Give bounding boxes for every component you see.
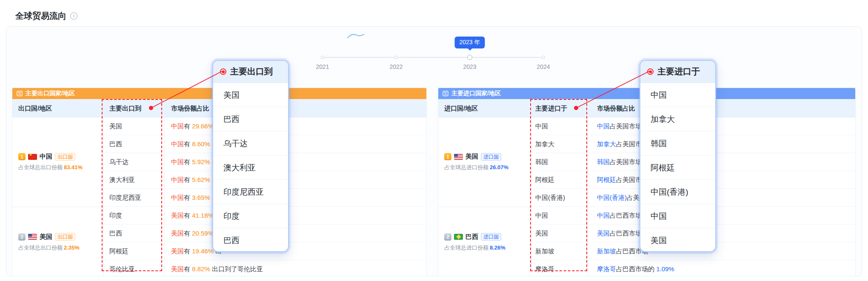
export-callout-title: 主要出口到 — [230, 66, 273, 77]
import-column-annotation-box — [530, 99, 587, 271]
trade-panel: 2023 年 2021202220232024 主要出口国家/地区 出口国/地区… — [6, 26, 862, 276]
timeline-year-2024[interactable]: 2024 — [531, 63, 556, 70]
text-segment: 新加坡 — [597, 247, 616, 255]
text-segment: 有 — [184, 265, 192, 272]
country-name: 巴西 — [465, 233, 478, 241]
text-segment: 8.60% — [192, 140, 210, 148]
import-callout-title: 主要进口于 — [657, 66, 700, 77]
callout-item: 韩国 — [640, 131, 715, 156]
text-segment: 有 — [184, 194, 192, 201]
export-table-title: 主要出口国家/地区 — [26, 90, 75, 97]
text-segment: 8.82% — [192, 265, 210, 272]
text-segment: 韩国 — [597, 158, 610, 165]
text-segment: 阿根廷 — [597, 176, 616, 183]
import-callout-items: 中国加拿大韩国阿根廷中国(香港)中国美国 — [640, 83, 715, 252]
callout-item: 巴西 — [213, 107, 288, 131]
timeline-track[interactable] — [323, 57, 543, 58]
text-segment: 20.59% — [192, 230, 214, 237]
callout-item: 印度尼西亚 — [213, 180, 288, 204]
page-header: 全球贸易流向 i — [15, 10, 77, 22]
callout-item: 中国 — [640, 204, 715, 228]
global-share-line: 占全球总进口份额26.07% — [444, 164, 529, 171]
market-share-cell: 中国有 5.92% 出 — [171, 153, 218, 170]
rank-2-badge: 2 — [18, 233, 26, 241]
callout-item: 中国(香港) — [640, 180, 715, 204]
global-share-line: 占全球总进口份额8.26% — [444, 244, 529, 252]
share-label: 占全球总进口份额 — [444, 244, 488, 251]
info-circle-icon[interactable]: i — [70, 12, 77, 20]
export-callout: 主要出口到 美国巴西乌干达澳大利亚印度尼西亚印度巴西 — [212, 60, 289, 252]
text-segment: 5.62% — [192, 176, 210, 183]
text-segment: 美国 — [171, 230, 184, 237]
text-segment: 有 — [184, 140, 192, 148]
market-share-cell: 中国有 5.62% 出 — [171, 171, 218, 188]
country-line: 1 中国 出口国 — [18, 153, 103, 161]
text-segment: 加拿大 — [597, 140, 616, 148]
exporter-summary-china: 1 中国 出口国 占全球总出口份额83.41% — [12, 117, 103, 207]
share-value: 2.35% — [64, 244, 80, 251]
list-icon — [443, 91, 448, 97]
text-segment: 中国 — [597, 122, 610, 130]
global-trade-flow-page: 全球贸易流向 i 2023 年 2021202220232024 主要出口国家/… — [0, 0, 868, 281]
column-header-exporter: 出口国/地区 — [18, 99, 52, 117]
text-segment: 有 — [184, 212, 192, 219]
country-name: 美国 — [465, 153, 478, 161]
usa-flag-icon — [28, 234, 37, 240]
callout-item: 加拿大 — [640, 107, 715, 131]
country-line: 1 美国 进口国 — [444, 153, 529, 161]
global-share-line: 占全球总出口份额2.35% — [18, 244, 103, 252]
share-label: 占全球总进口份额 — [444, 164, 488, 170]
callout-item: 巴西 — [213, 228, 288, 252]
market-share-cell: 摩洛哥占巴西市场的 1.09% — [597, 260, 674, 276]
export-callout-items: 美国巴西乌干达澳大利亚印度尼西亚印度巴西 — [213, 83, 288, 252]
exporter-summary-usa: 2 美国 出口国 占全球总出口份额2.35% — [12, 207, 103, 276]
text-segment: 中国 — [171, 158, 184, 165]
country-name: 美国 — [40, 233, 52, 241]
share-value: 83.41% — [64, 164, 83, 170]
country-line: 2 美国 出口国 — [18, 233, 103, 241]
text-segment: 29.66% — [192, 122, 214, 130]
list-icon — [17, 91, 23, 97]
text-segment: 19.46% — [192, 247, 214, 255]
text-segment: 中国 — [171, 140, 184, 148]
text-segment: 中国 — [171, 122, 184, 130]
timeline-year-2021[interactable]: 2021 — [310, 63, 335, 70]
rank-1-badge: 1 — [18, 153, 26, 160]
text-segment: 3.65% — [192, 194, 210, 201]
text-segment: 中国 — [171, 176, 184, 183]
importer-summary-brazil: 2 巴西 进口国 占全球总进口份额8.26% — [438, 207, 529, 276]
market-share-cell: 中国有 3.65% 出 — [171, 189, 218, 206]
text-segment: 占巴西市场的 — [616, 265, 656, 272]
callout-item: 美国 — [213, 83, 288, 107]
exporter-badge: 出口国 — [55, 233, 75, 241]
callout-item: 乌干达 — [213, 131, 288, 156]
callout-item: 美国 — [640, 228, 715, 252]
text-segment: 41.18% — [192, 212, 214, 219]
importer-badge: 进口国 — [481, 153, 501, 161]
column-divider — [164, 99, 165, 276]
usa-flag-icon — [454, 154, 463, 160]
exporter-badge: 出口国 — [55, 153, 75, 161]
import-callout-header: 主要进口于 — [640, 61, 715, 83]
text-segment: 美国 — [171, 247, 184, 255]
rank-2-badge: 2 — [444, 233, 451, 241]
share-label: 占全球总出口份额 — [18, 164, 63, 170]
timeline-dot-2021[interactable] — [321, 56, 324, 59]
target-dot-icon — [220, 68, 226, 75]
timeline-dot-2024[interactable] — [542, 56, 545, 59]
timeline-dot-2023[interactable] — [467, 55, 472, 60]
export-column-annotation-box — [102, 99, 162, 271]
text-segment: 1.09% — [656, 265, 674, 272]
timeline-year-2022[interactable]: 2022 — [383, 63, 409, 70]
target-dot-icon — [647, 68, 654, 75]
china-flag-icon — [28, 154, 37, 160]
importer-summary-usa: 1 美国 进口国 占全球总进口份额26.07% — [438, 117, 529, 207]
timeline-year-2023[interactable]: 2023 — [457, 63, 483, 70]
share-value: 26.07% — [490, 164, 508, 170]
column-header-market-share: 市场份额占比 — [171, 99, 209, 117]
timeline-dot-2022[interactable] — [394, 56, 398, 59]
country-name: 中国 — [40, 153, 52, 161]
brazil-flag-icon — [454, 234, 463, 240]
import-callout: 主要进口于 中国加拿大韩国阿根廷中国(香港)中国美国 — [640, 60, 716, 252]
text-segment: 有 — [184, 158, 192, 165]
